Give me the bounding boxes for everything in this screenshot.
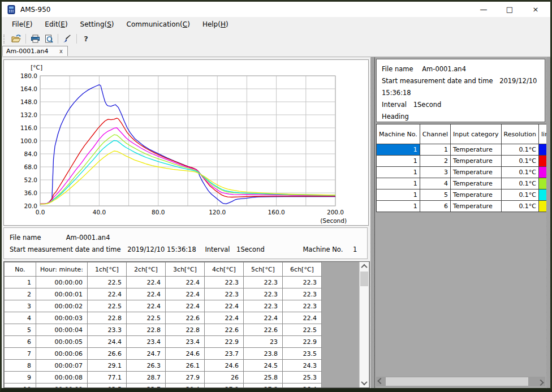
table-cell[interactable]: 22.3 [205, 277, 244, 288]
table-cell[interactable]: 22.4 [205, 312, 244, 324]
table-cell[interactable]: 5 [420, 189, 450, 201]
table-cell[interactable]: 2 [5, 288, 36, 300]
table-cell[interactable]: 22.3 [283, 277, 322, 288]
close-button[interactable]: × [531, 5, 540, 14]
table-cell[interactable]: Temperature [450, 167, 501, 178]
table-cell[interactable]: 1 [377, 189, 420, 201]
table-cell[interactable]: 22.5 [88, 300, 127, 312]
table-cell[interactable]: Temperature [450, 178, 501, 189]
table-cell[interactable]: 22.4 [283, 312, 322, 324]
table-cell[interactable]: 22.3 [244, 288, 283, 300]
table-cell[interactable]: 00:00:04 [36, 324, 88, 336]
table-cell[interactable]: 26 [205, 372, 244, 384]
table-cell[interactable]: 22.4 [205, 300, 244, 312]
table-cell[interactable]: 1 [377, 201, 420, 212]
menu-item-edit[interactable]: Edit(E) [38, 18, 74, 31]
table-cell[interactable]: 77.1 [88, 372, 127, 384]
table-cell[interactable]: 22.9 [205, 336, 244, 348]
table-cell[interactable]: 26.3 [127, 360, 166, 372]
table-cell[interactable]: 1 [5, 277, 36, 288]
table-cell[interactable]: 24.6 [205, 360, 244, 372]
table-cell[interactable]: 26.6 [88, 348, 127, 360]
table-cell[interactable]: 27.8 [244, 384, 283, 389]
table-cell[interactable]: 26.4 [283, 384, 322, 389]
table-cell[interactable]: Temperature [450, 189, 501, 201]
table-cell[interactable]: 25.3 [283, 372, 322, 384]
table-cell[interactable]: Temperature [450, 201, 501, 212]
maximize-button[interactable]: □ [505, 5, 514, 14]
menu-item-setting[interactable]: Setting(S) [74, 18, 120, 31]
table-cell[interactable]: 30.4 [166, 384, 205, 389]
table-cell[interactable]: 27.9 [166, 372, 205, 384]
table-cell[interactable]: 22.5 [283, 324, 322, 336]
table-cell[interactable]: 22.4 [127, 300, 166, 312]
table-cell[interactable]: 22.8 [88, 312, 127, 324]
table-cell[interactable]: 1 [420, 144, 450, 156]
vertical-scroll-thumb[interactable] [360, 272, 368, 286]
toolbar-grip[interactable] [3, 35, 6, 44]
table-cell[interactable]: 22.4 [244, 312, 283, 324]
scroll-left-button[interactable] [376, 377, 385, 386]
scroll-down-button[interactable] [360, 378, 369, 387]
table-cell[interactable]: 93.5 [88, 384, 127, 389]
table-cell[interactable]: 24.5 [244, 360, 283, 372]
panel-splitter[interactable] [370, 57, 374, 388]
table-cell[interactable]: 00:00:08 [36, 372, 88, 384]
table-cell[interactable]: 00:00:09 [36, 384, 88, 389]
table-cell[interactable]: 22.4 [166, 288, 205, 300]
table-cell[interactable]: 22.5 [127, 312, 166, 324]
table-cell[interactable]: 0.1°C [501, 156, 538, 167]
line-style-button[interactable] [61, 33, 74, 45]
table-cell[interactable]: 29.1 [88, 360, 127, 372]
table-cell[interactable]: 3 [420, 167, 450, 178]
menu-item-help[interactable]: Help(H) [196, 18, 235, 31]
table-cell[interactable]: 6 [420, 201, 450, 212]
table-cell[interactable]: 22.8 [166, 324, 205, 336]
table-cell[interactable]: 26.1 [166, 360, 205, 372]
table-cell[interactable]: 24.3 [283, 360, 322, 372]
table-cell[interactable]: 22.8 [127, 324, 166, 336]
table-cell[interactable]: 7 [5, 348, 36, 360]
open-file-button[interactable] [10, 33, 23, 45]
table-cell[interactable]: 28.7 [127, 372, 166, 384]
table-cell[interactable]: 23.8 [244, 348, 283, 360]
table-cell[interactable]: 0.1°C [501, 144, 538, 156]
table-cell[interactable]: 22.3 [205, 288, 244, 300]
table-cell[interactable]: 22.6 [244, 324, 283, 336]
table-cell[interactable]: 22.5 [88, 277, 127, 288]
scroll-right-button[interactable] [536, 377, 545, 386]
table-cell[interactable]: 00:00:05 [36, 336, 88, 348]
table-cell[interactable]: 24.4 [88, 336, 127, 348]
tab-close-icon[interactable]: x [58, 48, 64, 54]
table-cell[interactable]: 23.7 [205, 348, 244, 360]
table-cell[interactable]: 00:00:02 [36, 300, 88, 312]
table-cell[interactable]: 5 [5, 324, 36, 336]
table-cell[interactable]: 33.7 [127, 384, 166, 389]
table-cell[interactable]: 1 [377, 144, 420, 156]
print-button[interactable] [28, 33, 42, 45]
menu-item-file[interactable]: File(F) [6, 18, 38, 31]
horizontal-scrollbar[interactable] [376, 377, 545, 386]
table-cell[interactable]: 22.3 [244, 300, 283, 312]
table-cell[interactable]: 0.1°C [501, 201, 538, 212]
table-cell[interactable]: 00:00:00 [36, 277, 88, 288]
table-cell[interactable]: 4 [420, 178, 450, 189]
table-cell[interactable]: 00:00:06 [36, 348, 88, 360]
help-button[interactable]: ? [79, 33, 93, 45]
table-cell[interactable]: 00:00:07 [36, 360, 88, 372]
table-cell[interactable]: 22.3 [283, 300, 322, 312]
table-cell[interactable]: 27.9 [205, 384, 244, 389]
minimize-button[interactable]: — [479, 5, 488, 14]
table-cell[interactable]: 22.4 [88, 288, 127, 300]
table-cell[interactable]: 23.4 [166, 336, 205, 348]
scroll-up-button[interactable] [360, 262, 369, 271]
table-cell[interactable]: 22.6 [205, 324, 244, 336]
table-cell[interactable]: 22.4 [127, 277, 166, 288]
table-cell[interactable]: 25.8 [244, 372, 283, 384]
table-cell[interactable]: 9 [5, 372, 36, 384]
table-cell[interactable]: 10 [5, 384, 36, 389]
menu-item-communication[interactable]: Communication(C) [120, 18, 196, 31]
table-cell[interactable]: 24.7 [127, 348, 166, 360]
table-cell[interactable]: 0.1°C [501, 189, 538, 201]
table-cell[interactable]: 23.3 [88, 324, 127, 336]
